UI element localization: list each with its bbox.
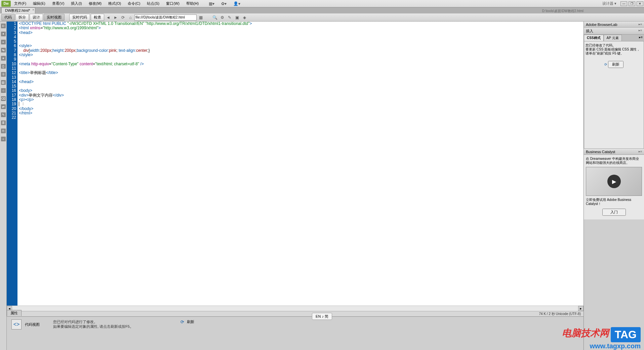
- tool-icon-5[interactable]: ◈: [241, 14, 248, 21]
- business-catalyst-head[interactable]: Business Catalyst▸≡: [584, 149, 644, 155]
- tool-icon-2[interactable]: ⚙: [219, 14, 226, 21]
- code-tool-icon[interactable]: ⎘: [1, 129, 6, 133]
- menu-insert[interactable]: 插入(I): [68, 1, 85, 6]
- code-tool-icon[interactable]: ≣: [1, 120, 6, 125]
- layout-icon[interactable]: ▦▾: [209, 1, 214, 6]
- view-design-button[interactable]: 设计: [30, 14, 43, 21]
- inspect-button[interactable]: 检查: [91, 14, 104, 21]
- css-refresh-button[interactable]: 刷新: [608, 61, 623, 68]
- play-icon[interactable]: ▶: [607, 175, 621, 188]
- code-tool-icon[interactable]: ⌫: [1, 96, 6, 101]
- code-view-icon: <>: [11, 319, 22, 329]
- watermark-text: 电脑技术网: [562, 328, 609, 338]
- workspace-label[interactable]: 设计器 ▾: [599, 1, 620, 6]
- code-tool-icon[interactable]: ↹: [1, 48, 6, 53]
- menu-help[interactable]: 帮助(H): [183, 1, 202, 6]
- tool-icon-3[interactable]: ✎: [226, 14, 233, 21]
- watermark-tag: TAG: [611, 327, 641, 342]
- tool-icon-4[interactable]: ▣: [234, 14, 240, 21]
- menu-window[interactable]: 窗口(W): [163, 1, 183, 6]
- menu-modify[interactable]: 修改(M): [85, 1, 105, 6]
- view-split-button[interactable]: 拆分: [15, 14, 29, 21]
- sync-icon[interactable]: 👤▾: [233, 1, 240, 6]
- watermark: 电脑技术网 TAG www.tagxp.com: [562, 327, 641, 350]
- home-icon[interactable]: ⌂: [127, 14, 134, 21]
- bc-message: 在 Dreamweaver 中构建并发布商业网站和功能强大的在线商店。: [586, 157, 642, 165]
- left-tool-strip: D ✦ ≡ ↹ ∗ {} ① ▤ ☆ ⌫ ⇄ ✎ ≣ ⎘ ⟐: [0, 22, 7, 350]
- menu-format[interactable]: 格式(O): [105, 1, 124, 6]
- watermark-url: www.tagxp.com: [562, 342, 641, 350]
- menu-bar: Dw 文件(F) 编辑(E) 查看(V) 插入(I) 修改(M) 格式(O) 命…: [0, 0, 644, 7]
- properties-panel: <> 代码视图 您已经对代码进行了修改。 如果要编辑选定对象的属性, 请点击刷新…: [7, 316, 583, 350]
- extend-icon[interactable]: ✿▾: [221, 1, 227, 6]
- code-tool-icon[interactable]: ☆: [1, 88, 6, 93]
- document-tab-bar: DW教程2.html* × D:\tools\桌面\DW教程2.html: [0, 7, 644, 13]
- css-styles-tab[interactable]: CSS样式: [584, 35, 604, 41]
- properties-title: 代码视图: [25, 322, 40, 327]
- code-editor[interactable]: 12345678910111213141516171819202122 <!DO…: [7, 22, 583, 306]
- close-button[interactable]: ✕: [637, 1, 643, 6]
- business-catalyst-body: 在 Dreamweaver 中构建并发布商业网站和功能强大的在线商店。 ▶ 立即…: [584, 155, 644, 219]
- refresh-icon[interactable]: ⟳: [180, 319, 184, 324]
- refresh-label[interactable]: 刷新: [187, 319, 194, 324]
- menu-file[interactable]: 文件(F): [11, 1, 30, 6]
- main-area: D ✦ ≡ ↹ ∗ {} ① ▤ ☆ ⌫ ⇄ ✎ ≣ ⎘ ⟐ 123456789…: [0, 22, 644, 350]
- menu-commands[interactable]: 命令(C): [124, 1, 144, 6]
- address-input[interactable]: [134, 14, 197, 21]
- menu-site[interactable]: 站点(S): [144, 1, 163, 6]
- minimize-button[interactable]: —: [620, 1, 627, 6]
- view-toolbar: 代码 拆分 设计 实时视图 实时代码 检查 ◄ ► ⟳ ⌂ ▦ 🔍 ⚙ ✎ ▣ …: [0, 13, 644, 22]
- code-tool-icon[interactable]: {}: [1, 64, 6, 69]
- code-tool-icon[interactable]: ⟐: [1, 137, 6, 141]
- close-tab-icon[interactable]: ×: [32, 8, 34, 11]
- tool-icon-1[interactable]: 🔍: [211, 14, 218, 21]
- horizontal-scrollbar[interactable]: ◄ ►: [7, 306, 583, 311]
- insert-panel-head[interactable]: 插入▸≡: [584, 28, 644, 35]
- document-tab-label: DW教程2.html*: [5, 8, 30, 12]
- css-tabs: CSS样式 AP 元素 ▸≡: [584, 35, 644, 41]
- view-live-button[interactable]: 实时视图: [44, 14, 65, 21]
- properties-line2: 如果要编辑选定对象的属性, 请点击刷新或按F5。: [53, 324, 133, 329]
- css-message: 您已经修改了代码。 要更新 CSS 面板或编辑 CSS 属性，请单击"刷新"或按…: [586, 43, 642, 56]
- status-text: 74 K / 2 秒 Unicode (UTF-8): [539, 312, 581, 316]
- refresh-icon[interactable]: ⟳: [120, 14, 126, 21]
- line-number-gutter: 12345678910111213141516171819202122: [7, 22, 17, 306]
- properties-tab[interactable]: 属性: [7, 310, 22, 316]
- maximize-button[interactable]: ❐: [629, 1, 635, 6]
- app-logo: Dw: [1, 1, 11, 7]
- properties-line1: 您已经对代码进行了修改。: [53, 319, 133, 324]
- right-dock: Adobe BrowserLab▸≡ 插入▸≡ CSS样式 AP 元素 ▸≡ 您…: [583, 22, 644, 350]
- back-icon[interactable]: ◄: [105, 14, 112, 21]
- code-tool-icon[interactable]: ▤: [1, 80, 6, 85]
- editor-area: 12345678910111213141516171819202122 <!DO…: [7, 22, 583, 350]
- live-code-button[interactable]: 实时代码: [69, 14, 90, 21]
- menu-view[interactable]: 查看(V): [49, 1, 68, 6]
- css-panel-body: 您已经修改了代码。 要更新 CSS 面板或编辑 CSS 属性，请单击"刷新"或按…: [584, 41, 644, 149]
- code-content[interactable]: <!DOCTYPE html PUBLIC "-//W3C//DTD XHTML…: [17, 22, 583, 306]
- code-tool-icon[interactable]: ✦: [1, 32, 6, 36]
- ime-indicator[interactable]: EN ♪ 简: [312, 313, 332, 320]
- refresh-icon[interactable]: ⟳: [604, 63, 607, 66]
- bc-trial-text: 立即免费试用 Adobe Business Catalyst！: [586, 198, 642, 206]
- ap-elements-tab[interactable]: AP 元素: [604, 35, 622, 41]
- code-tool-icon[interactable]: ✎: [1, 112, 6, 117]
- code-tool-icon[interactable]: ∗: [1, 56, 6, 61]
- forward-icon[interactable]: ►: [112, 14, 119, 21]
- menu-edit[interactable]: 编辑(E): [30, 1, 49, 6]
- document-path: D:\tools\桌面\DW教程2.html: [542, 9, 583, 13]
- code-tool-icon[interactable]: ⇄: [1, 104, 6, 109]
- code-tool-icon[interactable]: ≡: [1, 40, 6, 44]
- document-tab[interactable]: DW教程2.html* ×: [1, 7, 35, 13]
- code-tool-icon[interactable]: ①: [1, 72, 6, 77]
- view-code-button[interactable]: 代码: [1, 14, 15, 21]
- bc-start-button[interactable]: 入门: [602, 209, 626, 216]
- browserlab-panel-head[interactable]: Adobe BrowserLab▸≡: [584, 22, 644, 28]
- browse-icon[interactable]: ▦: [197, 14, 204, 21]
- status-bar: 74 K / 2 秒 Unicode (UTF-8): [7, 311, 583, 316]
- code-tool-icon[interactable]: D: [1, 24, 6, 28]
- scroll-right-icon[interactable]: ►: [578, 306, 583, 311]
- bc-video-thumb[interactable]: ▶: [586, 167, 642, 196]
